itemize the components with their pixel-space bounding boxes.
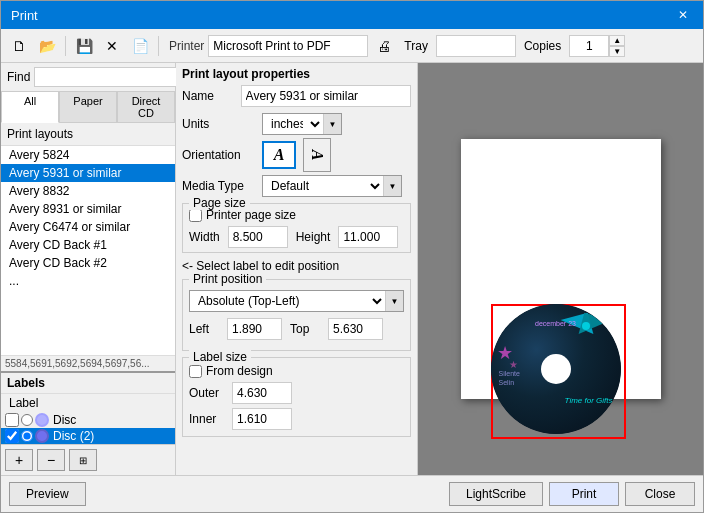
label-disc1-radio[interactable] xyxy=(21,414,33,426)
print-position-title: Print position xyxy=(189,272,266,286)
height-input[interactable] xyxy=(338,226,398,248)
units-select[interactable]: inches cm mm ▼ xyxy=(262,113,342,135)
find-section: Find xyxy=(1,63,175,91)
title-bar-controls: ✕ xyxy=(673,7,693,23)
size-row: Width Height xyxy=(189,226,404,248)
close-window-button[interactable]: ✕ xyxy=(673,7,693,23)
layout-item-averyC6474[interactable]: Avery C6474 or similar xyxy=(1,218,175,236)
name-input[interactable] xyxy=(241,85,411,107)
tab-direct-cd[interactable]: Direct CD xyxy=(117,91,175,122)
lightscribe-button[interactable]: LightScribe xyxy=(449,482,543,506)
copies-up-button[interactable]: ▲ xyxy=(609,35,625,46)
landscape-button[interactable]: A xyxy=(303,138,331,172)
window-title: Print xyxy=(11,8,38,23)
print-button[interactable]: Print xyxy=(549,482,619,506)
name-label: Name xyxy=(182,89,241,103)
from-design-label: From design xyxy=(206,364,273,378)
tab-paper[interactable]: Paper xyxy=(59,91,117,122)
layout-item-avery5824[interactable]: Avery 5824 xyxy=(1,146,175,164)
tabs-bar: All Paper Direct CD xyxy=(1,91,175,123)
layout-item-more[interactable]: ... xyxy=(1,272,175,290)
layout-item-avery5931[interactable]: Avery 5931 or similar xyxy=(1,164,175,182)
layouts-footer: 5584,5691,5692,5694,5697,56... xyxy=(1,355,175,371)
copies-label: Copies xyxy=(524,39,561,53)
units-dropdown[interactable]: inches cm mm xyxy=(263,116,323,132)
save-button[interactable]: 💾 xyxy=(72,34,96,58)
position-values-row: Left Top xyxy=(189,318,404,340)
media-type-select[interactable]: Default ▼ xyxy=(262,175,402,197)
page-size-group: Page size Printer page size Width Height xyxy=(182,203,411,253)
orientation-row: Orientation A A xyxy=(182,141,411,169)
position-type-arrow[interactable]: ▼ xyxy=(385,291,403,311)
label-disc2-radio[interactable] xyxy=(21,430,33,442)
labels-col-header: Label xyxy=(5,395,42,411)
printer-input[interactable] xyxy=(208,35,368,57)
disc-container: ★ ★ Time for Gifts december 23 xyxy=(491,304,626,439)
find-label: Find xyxy=(7,70,30,84)
layout-item-averyCDBack1[interactable]: Avery CD Back #1 xyxy=(1,236,175,254)
labels-col-header-row: Label xyxy=(1,394,175,412)
labels-header-row: Labels xyxy=(1,373,175,394)
position-type-dropdown[interactable]: Absolute (Top-Left) Relative Center xyxy=(190,293,385,309)
layout-item-averyCDBack2[interactable]: Avery CD Back #2 xyxy=(1,254,175,272)
media-type-dropdown-arrow[interactable]: ▼ xyxy=(383,176,401,196)
grid-label-button[interactable]: ⊞ xyxy=(69,449,97,471)
find-input[interactable] xyxy=(34,67,194,87)
labels-section: Labels Label Disc Disc (2) xyxy=(1,373,175,475)
preview-button[interactable]: Preview xyxy=(9,482,86,506)
add-label-button[interactable]: + xyxy=(5,449,33,471)
inner-input[interactable] xyxy=(232,408,292,430)
toolbar-separator-2 xyxy=(158,36,159,56)
inner-label: Inner xyxy=(189,412,224,426)
portrait-button[interactable]: A xyxy=(262,141,296,169)
tray-input[interactable] xyxy=(436,35,516,57)
props-header: Print layout properties xyxy=(182,67,411,81)
width-label: Width xyxy=(189,230,220,244)
label-disc1-icon xyxy=(35,413,49,427)
new-button[interactable]: 🗋 xyxy=(7,34,31,58)
width-input[interactable] xyxy=(228,226,288,248)
copies-input[interactable] xyxy=(569,35,609,57)
copy-button[interactable]: 📄 xyxy=(128,34,152,58)
layout-item-avery8832[interactable]: Avery 8832 xyxy=(1,182,175,200)
media-type-row: Media Type Default ▼ xyxy=(182,175,411,197)
page-size-title: Page size xyxy=(189,196,250,210)
label-disc1-checkbox[interactable] xyxy=(5,413,19,427)
printer-icon-btn[interactable]: 🖨 xyxy=(372,34,396,58)
open-button[interactable]: 📂 xyxy=(35,34,59,58)
left-input[interactable] xyxy=(227,318,282,340)
layouts-list[interactable]: Avery 5824 Avery 5931 or similar Avery 8… xyxy=(1,146,175,355)
from-design-checkbox[interactable] xyxy=(189,365,202,378)
copies-down-button[interactable]: ▼ xyxy=(609,46,625,57)
close-button[interactable]: Close xyxy=(625,482,695,506)
labels-controls: + − ⊞ xyxy=(1,444,175,475)
name-row: Name xyxy=(182,85,411,107)
orientation-group: A A xyxy=(262,141,334,169)
inner-row: Inner xyxy=(189,408,404,430)
print-layouts-header: Print layouts xyxy=(1,123,175,146)
units-label: Units xyxy=(182,117,262,131)
position-type-select[interactable]: Absolute (Top-Left) Relative Center ▼ xyxy=(189,290,404,312)
remove-label-button[interactable]: − xyxy=(37,449,65,471)
printer-page-size-label: Printer page size xyxy=(206,208,296,222)
media-type-dropdown[interactable]: Default xyxy=(263,178,383,194)
layout-item-avery8931[interactable]: Avery 8931 or similar xyxy=(1,200,175,218)
tab-all[interactable]: All xyxy=(1,91,59,123)
printer-page-size-checkbox[interactable] xyxy=(189,209,202,222)
delete-button[interactable]: ✕ xyxy=(100,34,124,58)
print-dialog: Print ✕ 🗋 📂 💾 ✕ 📄 Printer 🖨 Tray Copies … xyxy=(0,0,704,513)
bottom-bar: Preview LightScribe Print Close xyxy=(1,475,703,512)
label-size-title: Label size xyxy=(189,350,251,364)
media-type-label: Media Type xyxy=(182,179,262,193)
title-bar: Print ✕ xyxy=(1,1,703,29)
units-dropdown-arrow[interactable]: ▼ xyxy=(323,114,341,134)
label-disc2-checkbox[interactable] xyxy=(5,429,19,443)
top-input[interactable] xyxy=(328,318,383,340)
left-label: Left xyxy=(189,322,219,336)
bottom-right-buttons: LightScribe Print Close xyxy=(449,482,695,506)
orientation-label: Orientation xyxy=(182,148,262,162)
outer-input[interactable] xyxy=(232,382,292,404)
outer-row: Outer xyxy=(189,382,404,404)
copies-arrows: ▲ ▼ xyxy=(609,35,625,57)
left-panel: Find All Paper Direct CD Print layouts A… xyxy=(1,63,176,475)
